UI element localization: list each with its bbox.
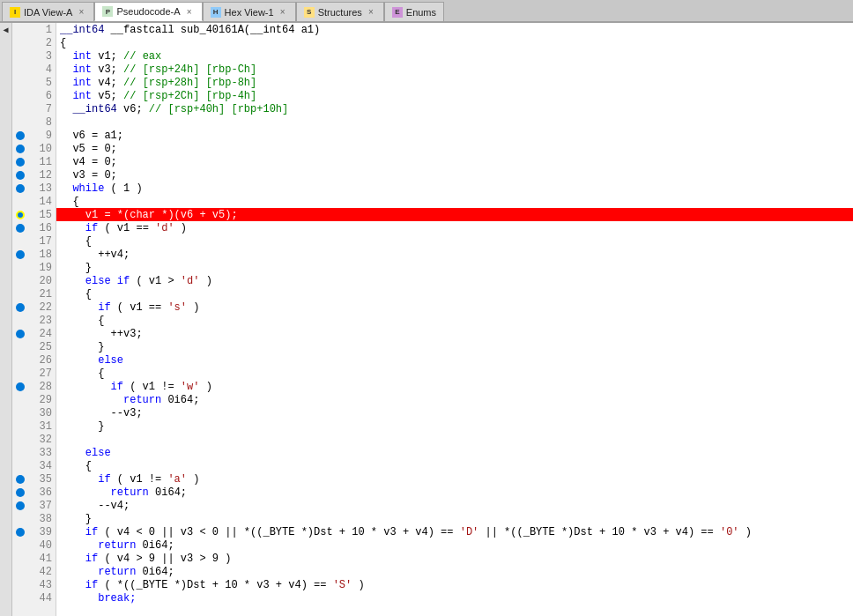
bp-dot-6[interactable] bbox=[12, 89, 28, 102]
code-line-39[interactable]: if ( v4 < 0 || v3 < 0 || *((_BYTE *)Dst … bbox=[56, 525, 853, 538]
bp-dot-18[interactable] bbox=[12, 248, 28, 261]
bp-dot-19[interactable] bbox=[12, 261, 28, 274]
bp-dot-40[interactable] bbox=[12, 538, 28, 552]
code-line-19[interactable]: } bbox=[56, 261, 853, 274]
bp-dot-29[interactable] bbox=[12, 393, 28, 406]
bp-dot-39[interactable] bbox=[12, 525, 28, 538]
bp-dot-5[interactable] bbox=[12, 76, 28, 89]
bp-dot-9[interactable] bbox=[12, 129, 28, 142]
code-line-43[interactable]: if ( *((_BYTE *)Dst + 10 * v3 + v4) == '… bbox=[56, 578, 853, 591]
code-line-31[interactable]: } bbox=[56, 419, 853, 433]
code-line-41[interactable]: if ( v4 > 9 || v3 > 9 ) bbox=[56, 552, 853, 565]
code-line-12[interactable]: v3 = 0; bbox=[56, 168, 853, 182]
code-line-23[interactable]: { bbox=[56, 314, 853, 327]
code-line-29[interactable]: return 0i64; bbox=[56, 393, 853, 406]
code-content[interactable]: __int64 __fastcall sub_40161A(__int64 a1… bbox=[56, 23, 853, 616]
code-line-28[interactable]: if ( v1 != 'w' ) bbox=[56, 380, 853, 393]
bp-dot-2[interactable] bbox=[12, 36, 28, 49]
code-line-24[interactable]: ++v3; bbox=[56, 327, 853, 340]
code-line-22[interactable]: if ( v1 == 's' ) bbox=[56, 301, 853, 314]
bp-dot-43[interactable] bbox=[12, 578, 28, 591]
bp-dot-24[interactable] bbox=[12, 327, 28, 340]
code-line-1[interactable]: __int64 __fastcall sub_40161A(__int64 a1… bbox=[56, 23, 853, 36]
collapse-icon[interactable]: ◀ bbox=[3, 25, 8, 35]
bp-dot-21[interactable] bbox=[12, 287, 28, 301]
bp-dot-37[interactable] bbox=[12, 499, 28, 512]
code-line-17[interactable]: { bbox=[56, 234, 853, 248]
tab-structures[interactable]: SStructures× bbox=[296, 2, 384, 21]
code-line-26[interactable]: else bbox=[56, 353, 853, 367]
bp-dot-33[interactable] bbox=[12, 446, 28, 459]
bp-dot-27[interactable] bbox=[12, 367, 28, 380]
code-line-30[interactable]: --v3; bbox=[56, 406, 853, 419]
bp-dot-44[interactable] bbox=[12, 591, 28, 605]
bp-dot-41[interactable] bbox=[12, 552, 28, 565]
bp-dot-31[interactable] bbox=[12, 419, 28, 433]
bp-dot-34[interactable] bbox=[12, 459, 28, 472]
code-line-8[interactable] bbox=[56, 115, 853, 129]
code-line-14[interactable]: { bbox=[56, 195, 853, 208]
tab-ida-a[interactable]: IIDA View-A× bbox=[2, 2, 94, 21]
bp-dot-32[interactable] bbox=[12, 433, 28, 446]
code-line-2[interactable]: { bbox=[56, 36, 853, 49]
code-line-32[interactable] bbox=[56, 433, 853, 446]
code-line-7[interactable]: __int64 v6; // [rsp+40h] [rbp+10h] bbox=[56, 102, 853, 115]
code-line-5[interactable]: int v4; // [rsp+28h] [rbp-8h] bbox=[56, 76, 853, 89]
bp-dot-10[interactable] bbox=[12, 142, 28, 155]
code-line-3[interactable]: int v1; // eax bbox=[56, 49, 853, 63]
bp-dot-26[interactable] bbox=[12, 353, 28, 367]
code-line-36[interactable]: return 0i64; bbox=[56, 486, 853, 499]
code-line-11[interactable]: v4 = 0; bbox=[56, 155, 853, 168]
bp-dot-15[interactable] bbox=[12, 208, 28, 221]
tab-enums[interactable]: EEnums bbox=[384, 2, 444, 21]
bp-dot-36[interactable] bbox=[12, 486, 28, 499]
bp-dot-25[interactable] bbox=[12, 340, 28, 353]
code-line-35[interactable]: if ( v1 != 'a' ) bbox=[56, 472, 853, 486]
bp-dot-7[interactable] bbox=[12, 102, 28, 115]
code-line-21[interactable]: { bbox=[56, 287, 853, 301]
code-line-9[interactable]: v6 = a1; bbox=[56, 129, 853, 142]
code-line-37[interactable]: --v4; bbox=[56, 499, 853, 512]
bp-dot-12[interactable] bbox=[12, 168, 28, 182]
bp-dot-14[interactable] bbox=[12, 195, 28, 208]
bp-dot-4[interactable] bbox=[12, 63, 28, 76]
code-line-38[interactable]: } bbox=[56, 512, 853, 525]
bp-dot-22[interactable] bbox=[12, 301, 28, 314]
bp-dot-38[interactable] bbox=[12, 512, 28, 525]
code-line-33[interactable]: else bbox=[56, 446, 853, 459]
code-line-44[interactable]: break; bbox=[56, 591, 853, 605]
code-line-27[interactable]: { bbox=[56, 367, 853, 380]
bp-dot-1[interactable] bbox=[12, 23, 28, 36]
tab-hex-1[interactable]: HHex View-1× bbox=[203, 2, 296, 21]
tab-close-pseudo-a[interactable]: × bbox=[184, 6, 195, 17]
bp-dot-23[interactable] bbox=[12, 314, 28, 327]
code-line-34[interactable]: { bbox=[56, 459, 853, 472]
bp-dot-42[interactable] bbox=[12, 565, 28, 578]
code-line-4[interactable]: int v3; // [rsp+24h] [rbp-Ch] bbox=[56, 63, 853, 76]
bp-dot-11[interactable] bbox=[12, 155, 28, 168]
bp-dot-28[interactable] bbox=[12, 380, 28, 393]
bp-dot-3[interactable] bbox=[12, 49, 28, 63]
bp-dot-30[interactable] bbox=[12, 406, 28, 419]
code-line-40[interactable]: return 0i64; bbox=[56, 538, 853, 552]
code-line-18[interactable]: ++v4; bbox=[56, 248, 853, 261]
tab-close-ida-a[interactable]: × bbox=[76, 7, 86, 18]
bp-dot-35[interactable] bbox=[12, 472, 28, 486]
code-line-10[interactable]: v5 = 0; bbox=[56, 142, 853, 155]
code-line-25[interactable]: } bbox=[56, 340, 853, 353]
code-line-6[interactable]: int v5; // [rsp+2Ch] [rbp-4h] bbox=[56, 89, 853, 102]
bp-dot-16[interactable] bbox=[12, 221, 28, 234]
breakpoint-marker-36 bbox=[16, 488, 25, 497]
tab-pseudo-a[interactable]: PPseudocode-A× bbox=[94, 2, 202, 21]
code-line-15[interactable]: v1 = *(char *)(v6 + v5); bbox=[56, 208, 853, 221]
bp-dot-13[interactable] bbox=[12, 182, 28, 195]
bp-dot-20[interactable] bbox=[12, 274, 28, 287]
code-line-20[interactable]: else if ( v1 > 'd' ) bbox=[56, 274, 853, 287]
code-line-42[interactable]: return 0i64; bbox=[56, 565, 853, 578]
bp-dot-17[interactable] bbox=[12, 234, 28, 248]
code-line-13[interactable]: while ( 1 ) bbox=[56, 182, 853, 195]
tab-close-structures[interactable]: × bbox=[366, 7, 376, 18]
code-line-16[interactable]: if ( v1 == 'd' ) bbox=[56, 221, 853, 234]
tab-close-hex-1[interactable]: × bbox=[278, 7, 288, 18]
bp-dot-8[interactable] bbox=[12, 115, 28, 129]
